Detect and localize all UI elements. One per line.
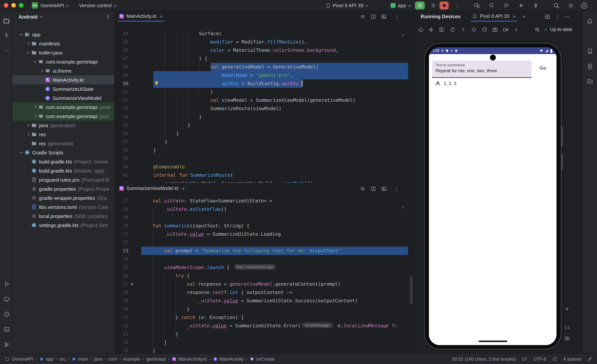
line-number[interactable]: 20 bbox=[115, 222, 128, 230]
code-line-27[interactable]: 27 val response = generativeModel.genera… bbox=[115, 280, 409, 288]
record-icon[interactable] bbox=[502, 26, 509, 33]
code-line-30[interactable]: 30 } bbox=[115, 305, 409, 313]
breadcrumb-item-java[interactable]: java bbox=[94, 356, 102, 362]
more-tool-windows-icon[interactable]: ⋯ bbox=[3, 46, 10, 54]
code-line-49[interactable]: 49 modelName = "gemini-pro", bbox=[115, 71, 409, 79]
code-line-22[interactable]: 22 bbox=[115, 238, 409, 247]
back-icon[interactable] bbox=[460, 26, 466, 33]
line-number[interactable]: 47 bbox=[115, 54, 128, 63]
code-line-24[interactable]: 24 bbox=[115, 255, 409, 263]
code-line-48[interactable]: 48 val generativeModel = GenerativeModel… bbox=[115, 63, 409, 71]
line-number[interactable]: 56 bbox=[115, 129, 128, 138]
screenshot-button[interactable] bbox=[563, 336, 571, 341]
breadcrumb-item-geminiapi[interactable]: GeminiAPI bbox=[5, 356, 33, 362]
tab-summarizeviewmodel[interactable]: K SummarizeViewModel.kt × bbox=[115, 183, 189, 194]
line-number[interactable]: 28 bbox=[115, 288, 128, 297]
line-number[interactable]: 32 bbox=[115, 322, 128, 330]
code-line-54[interactable]: 54 } bbox=[115, 113, 409, 121]
tree-item-com-example-geminiapi[interactable]: com.example.geminiapi bbox=[13, 57, 114, 66]
tree-item-ui-theme[interactable]: ui.theme bbox=[13, 66, 114, 75]
breadcrumb-item-geminiapi[interactable]: geminiapi bbox=[146, 356, 166, 362]
chevron-right-icon[interactable] bbox=[31, 106, 38, 108]
code-line-33[interactable]: 33 } bbox=[115, 330, 409, 338]
device-tab[interactable]: Pixel 8 API 33 × bbox=[471, 11, 517, 22]
device-mirroring-icon[interactable] bbox=[472, 0, 481, 11]
gutter-ai-sparkle-icon[interactable] bbox=[130, 282, 134, 287]
tab-mainactivity[interactable]: K MainActivity.kt × bbox=[115, 11, 167, 22]
settings-icon[interactable] bbox=[566, 0, 575, 11]
line-number[interactable]: 24 bbox=[115, 255, 128, 263]
breadcrumb-item-oncreate[interactable]: monCreate bbox=[250, 356, 275, 362]
line-number[interactable]: 27 bbox=[115, 280, 128, 288]
indent-widget[interactable]: 4 spaces bbox=[563, 356, 581, 362]
line-separator-widget[interactable]: LF bbox=[522, 356, 527, 362]
line-number[interactable]: 54 bbox=[115, 113, 128, 121]
minimize-panel-icon[interactable]: — bbox=[563, 11, 571, 22]
code-line-34[interactable]: 34 } bbox=[115, 338, 409, 347]
close-window-button[interactable] bbox=[4, 3, 8, 8]
line-number[interactable]: 34 bbox=[115, 338, 128, 347]
chevron-down-icon[interactable] bbox=[18, 33, 24, 36]
code-line-58[interactable]: 58} bbox=[115, 146, 409, 154]
line-number[interactable]: 53 bbox=[115, 104, 128, 113]
git-branch-icon[interactable] bbox=[3, 341, 10, 348]
line-number[interactable]: 29 bbox=[115, 297, 128, 305]
tree-item-build-gradle-kts[interactable]: Gbuild.gradle.kts(Module :app) bbox=[13, 166, 114, 175]
search-everywhere-icon[interactable] bbox=[552, 0, 561, 11]
tree-item-summarizeviewmodel[interactable]: CSummarizeViewModel bbox=[13, 93, 114, 102]
list-icon[interactable] bbox=[359, 11, 367, 22]
editor-scrollbar[interactable] bbox=[410, 276, 413, 305]
panel-more-icon[interactable]: ⋮ bbox=[553, 11, 562, 22]
breadcrumb-item-mainactivity[interactable]: CMainActivity bbox=[213, 356, 244, 362]
chevron-down-icon[interactable] bbox=[18, 151, 24, 154]
code-line-25[interactable]: 25 viewModelScope.launch { this: Corouti… bbox=[115, 263, 409, 272]
code-line-28[interactable]: 28 response.text?.let { outputContent -> bbox=[115, 288, 409, 297]
structure-icon[interactable] bbox=[502, 0, 511, 11]
code-line-17[interactable]: 17 val uiState: StateFlow<SummarizeUiSta… bbox=[115, 197, 409, 205]
project-view-selector[interactable]: Android bbox=[19, 14, 38, 19]
run-button[interactable] bbox=[415, 1, 425, 9]
line-number[interactable]: 44 bbox=[115, 30, 128, 38]
list-icon[interactable] bbox=[359, 183, 367, 194]
run-play-icon[interactable] bbox=[3, 280, 10, 287]
chevron-right-icon[interactable] bbox=[31, 115, 38, 117]
code-line-35[interactable]: 35 } bbox=[115, 347, 409, 353]
line-number[interactable]: 55 bbox=[115, 121, 128, 129]
chevron-more-icon[interactable] bbox=[513, 26, 519, 33]
breadcrumb-item-main[interactable]: main bbox=[72, 356, 88, 362]
gemini-sparkle-icon[interactable] bbox=[516, 0, 526, 11]
project-folder-icon[interactable] bbox=[3, 17, 10, 25]
tree-item-gradle-properties[interactable]: gradle.properties(Project Prope bbox=[13, 184, 114, 193]
line-number[interactable]: 25 bbox=[115, 263, 128, 272]
encoding-widget[interactable]: UTF-8 bbox=[534, 356, 546, 362]
layout-options-icon[interactable] bbox=[543, 11, 552, 22]
go-button[interactable]: Go bbox=[540, 65, 546, 71]
overview-icon[interactable] bbox=[481, 26, 487, 33]
code-line-60[interactable]: 60@Composable bbox=[115, 163, 409, 171]
line-number[interactable]: 59 bbox=[115, 154, 128, 163]
line-number[interactable]: 62 bbox=[115, 179, 128, 183]
line-number[interactable]: 49 bbox=[115, 71, 128, 79]
code-line-44[interactable]: 44 Surface( bbox=[115, 30, 409, 38]
tree-item-res[interactable]: res(generated) bbox=[13, 139, 114, 148]
code-line-51[interactable]: 51 ) bbox=[115, 88, 409, 96]
editor-more-icon[interactable]: ⋮ bbox=[393, 183, 401, 194]
zoom-in-button[interactable]: + bbox=[563, 305, 571, 313]
fold-icon[interactable] bbox=[439, 26, 445, 33]
zoom-mode-icon[interactable] bbox=[534, 26, 541, 33]
tree-item-build-gradle-kts[interactable]: Gbuild.gradle.kts(Project: Gemin bbox=[13, 157, 114, 166]
tree-item-kotlin-java[interactable]: kotlin+java bbox=[13, 48, 114, 57]
line-number[interactable]: 18 bbox=[115, 205, 128, 213]
code-line-26[interactable]: 26 try { bbox=[115, 272, 409, 280]
terminal-icon[interactable] bbox=[3, 325, 10, 333]
line-number[interactable]: 60 bbox=[115, 163, 128, 171]
breadcrumb-item-app[interactable]: app bbox=[39, 356, 54, 362]
profiler-icon[interactable] bbox=[531, 0, 540, 11]
device-manager-icon[interactable] bbox=[586, 47, 594, 55]
code-line-19[interactable]: 19 bbox=[115, 213, 409, 222]
tree-item-settings-gradle-kts[interactable]: Gsettings.gradle.kts(Project Sett bbox=[13, 221, 114, 230]
chevron-right-icon[interactable] bbox=[25, 42, 31, 45]
more-kebab-icon[interactable]: ⋮ bbox=[453, 0, 462, 11]
tree-item-gradle-scripts[interactable]: GGradle Scripts bbox=[13, 148, 114, 157]
indent-style-icon[interactable] bbox=[552, 356, 557, 361]
